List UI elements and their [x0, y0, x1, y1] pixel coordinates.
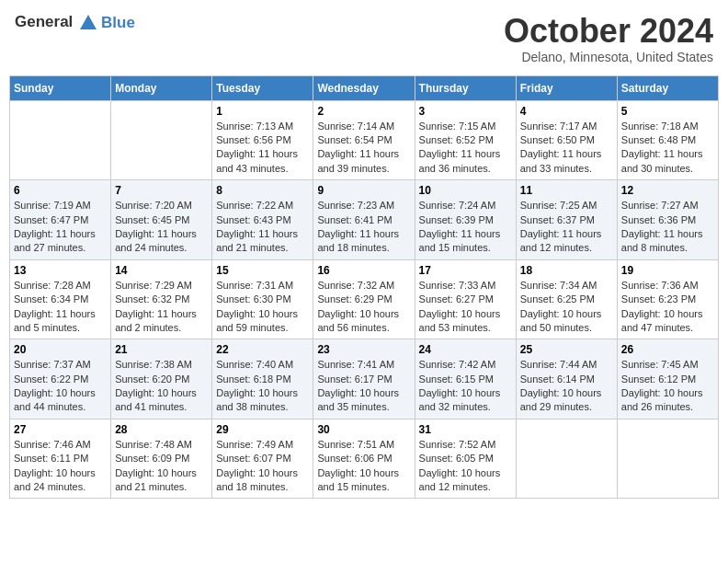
day-info: Sunrise: 7:25 AMSunset: 6:37 PMDaylight:…: [520, 199, 613, 256]
logo: General Blue: [15, 13, 135, 33]
calendar-cell: 7Sunrise: 7:20 AMSunset: 6:45 PMDaylight…: [111, 180, 212, 260]
day-info: Sunrise: 7:31 AMSunset: 6:30 PMDaylight:…: [216, 279, 309, 336]
day-number: 30: [317, 423, 410, 436]
day-info: Sunrise: 7:23 AMSunset: 6:41 PMDaylight:…: [317, 199, 410, 256]
day-info: Sunrise: 7:44 AMSunset: 6:14 PMDaylight:…: [520, 358, 613, 415]
calendar-cell: 28Sunrise: 7:48 AMSunset: 6:09 PMDayligh…: [111, 419, 212, 499]
day-info: Sunrise: 7:18 AMSunset: 6:48 PMDaylight:…: [621, 120, 714, 177]
day-number: 2: [317, 105, 410, 118]
day-number: 22: [216, 343, 309, 356]
day-number: 7: [115, 184, 208, 197]
day-info: Sunrise: 7:51 AMSunset: 6:06 PMDaylight:…: [317, 438, 410, 495]
day-info: Sunrise: 7:33 AMSunset: 6:27 PMDaylight:…: [419, 279, 512, 336]
day-info: Sunrise: 7:40 AMSunset: 6:18 PMDaylight:…: [216, 358, 309, 415]
day-info: Sunrise: 7:48 AMSunset: 6:09 PMDaylight:…: [115, 438, 208, 495]
calendar-cell: 14Sunrise: 7:29 AMSunset: 6:32 PMDayligh…: [111, 259, 212, 339]
day-number: 12: [621, 184, 714, 197]
calendar-table: SundayMondayTuesdayWednesdayThursdayFrid…: [9, 75, 719, 500]
calendar-cell: 1Sunrise: 7:13 AMSunset: 6:56 PMDaylight…: [212, 100, 313, 180]
weekday-header-friday: Friday: [516, 75, 617, 100]
day-info: Sunrise: 7:19 AMSunset: 6:47 PMDaylight:…: [14, 199, 107, 256]
calendar-cell: 10Sunrise: 7:24 AMSunset: 6:39 PMDayligh…: [415, 180, 516, 260]
weekday-header-monday: Monday: [111, 75, 212, 100]
day-info: Sunrise: 7:13 AMSunset: 6:56 PMDaylight:…: [216, 120, 309, 177]
day-info: Sunrise: 7:15 AMSunset: 6:52 PMDaylight:…: [419, 120, 512, 177]
calendar-cell: 23Sunrise: 7:41 AMSunset: 6:17 PMDayligh…: [313, 339, 415, 419]
weekday-header-tuesday: Tuesday: [212, 75, 313, 100]
calendar-cell: 13Sunrise: 7:28 AMSunset: 6:34 PMDayligh…: [10, 259, 111, 339]
calendar-cell: 31Sunrise: 7:52 AMSunset: 6:05 PMDayligh…: [415, 419, 516, 499]
location-subtitle: Delano, Minnesota, United States: [504, 50, 713, 64]
day-info: Sunrise: 7:46 AMSunset: 6:11 PMDaylight:…: [14, 438, 107, 495]
calendar-cell: 30Sunrise: 7:51 AMSunset: 6:06 PMDayligh…: [313, 419, 415, 499]
day-info: Sunrise: 7:32 AMSunset: 6:29 PMDaylight:…: [317, 279, 410, 336]
title-block: October 2024 Delano, Minnesota, United S…: [504, 13, 713, 64]
month-title: October 2024: [504, 13, 713, 50]
day-info: Sunrise: 7:22 AMSunset: 6:43 PMDaylight:…: [216, 199, 309, 256]
weekday-header-thursday: Thursday: [415, 75, 516, 100]
day-number: 13: [14, 264, 107, 277]
calendar-week-1: 1Sunrise: 7:13 AMSunset: 6:56 PMDaylight…: [10, 100, 719, 180]
day-info: Sunrise: 7:38 AMSunset: 6:20 PMDaylight:…: [115, 358, 208, 415]
weekday-header-wednesday: Wednesday: [313, 75, 415, 100]
calendar-week-3: 13Sunrise: 7:28 AMSunset: 6:34 PMDayligh…: [10, 259, 719, 339]
calendar-cell: 3Sunrise: 7:15 AMSunset: 6:52 PMDaylight…: [415, 100, 516, 180]
calendar-cell: 26Sunrise: 7:45 AMSunset: 6:12 PMDayligh…: [617, 339, 718, 419]
day-number: 3: [419, 105, 512, 118]
calendar-cell: 16Sunrise: 7:32 AMSunset: 6:29 PMDayligh…: [313, 259, 415, 339]
calendar-cell: 6Sunrise: 7:19 AMSunset: 6:47 PMDaylight…: [10, 180, 111, 260]
day-number: 15: [216, 264, 309, 277]
logo-blue: Blue: [101, 14, 135, 32]
day-number: 8: [216, 184, 309, 197]
calendar-cell: [10, 100, 111, 180]
logo-icon: [78, 13, 98, 33]
day-number: 31: [419, 423, 512, 436]
day-info: Sunrise: 7:29 AMSunset: 6:32 PMDaylight:…: [115, 279, 208, 336]
day-info: Sunrise: 7:14 AMSunset: 6:54 PMDaylight:…: [317, 120, 410, 177]
day-number: 5: [621, 105, 714, 118]
day-info: Sunrise: 7:45 AMSunset: 6:12 PMDaylight:…: [621, 358, 714, 415]
weekday-header-sunday: Sunday: [10, 75, 111, 100]
day-number: 27: [14, 423, 107, 436]
calendar-cell: 4Sunrise: 7:17 AMSunset: 6:50 PMDaylight…: [516, 100, 617, 180]
day-number: 16: [317, 264, 410, 277]
day-number: 23: [317, 343, 410, 356]
day-number: 26: [621, 343, 714, 356]
day-number: 21: [115, 343, 208, 356]
day-number: 25: [520, 343, 613, 356]
calendar-header-row: SundayMondayTuesdayWednesdayThursdayFrid…: [10, 75, 719, 100]
day-info: Sunrise: 7:49 AMSunset: 6:07 PMDaylight:…: [216, 438, 309, 495]
calendar-cell: 24Sunrise: 7:42 AMSunset: 6:15 PMDayligh…: [415, 339, 516, 419]
day-number: 14: [115, 264, 208, 277]
day-info: Sunrise: 7:36 AMSunset: 6:23 PMDaylight:…: [621, 279, 714, 336]
day-number: 1: [216, 105, 309, 118]
day-info: Sunrise: 7:28 AMSunset: 6:34 PMDaylight:…: [14, 279, 107, 336]
calendar-cell: 18Sunrise: 7:34 AMSunset: 6:25 PMDayligh…: [516, 259, 617, 339]
day-info: Sunrise: 7:41 AMSunset: 6:17 PMDaylight:…: [317, 358, 410, 415]
day-number: 18: [520, 264, 613, 277]
calendar-cell: 12Sunrise: 7:27 AMSunset: 6:36 PMDayligh…: [617, 180, 718, 260]
day-info: Sunrise: 7:42 AMSunset: 6:15 PMDaylight:…: [419, 358, 512, 415]
calendar-cell: 5Sunrise: 7:18 AMSunset: 6:48 PMDaylight…: [617, 100, 718, 180]
calendar-cell: 15Sunrise: 7:31 AMSunset: 6:30 PMDayligh…: [212, 259, 313, 339]
calendar-week-5: 27Sunrise: 7:46 AMSunset: 6:11 PMDayligh…: [10, 419, 719, 499]
day-number: 29: [216, 423, 309, 436]
day-number: 9: [317, 184, 410, 197]
calendar-cell: 17Sunrise: 7:33 AMSunset: 6:27 PMDayligh…: [415, 259, 516, 339]
calendar-cell: 22Sunrise: 7:40 AMSunset: 6:18 PMDayligh…: [212, 339, 313, 419]
day-info: Sunrise: 7:24 AMSunset: 6:39 PMDaylight:…: [419, 199, 512, 256]
calendar-cell: 2Sunrise: 7:14 AMSunset: 6:54 PMDaylight…: [313, 100, 415, 180]
day-info: Sunrise: 7:27 AMSunset: 6:36 PMDaylight:…: [621, 199, 714, 256]
day-number: 6: [14, 184, 107, 197]
calendar-cell: [617, 419, 718, 499]
calendar-cell: 9Sunrise: 7:23 AMSunset: 6:41 PMDaylight…: [313, 180, 415, 260]
calendar-cell: [516, 419, 617, 499]
day-number: 24: [419, 343, 512, 356]
calendar-week-2: 6Sunrise: 7:19 AMSunset: 6:47 PMDaylight…: [10, 180, 719, 260]
calendar-cell: 20Sunrise: 7:37 AMSunset: 6:22 PMDayligh…: [10, 339, 111, 419]
calendar-cell: 29Sunrise: 7:49 AMSunset: 6:07 PMDayligh…: [212, 419, 313, 499]
calendar-cell: [111, 100, 212, 180]
day-number: 17: [419, 264, 512, 277]
calendar-cell: 11Sunrise: 7:25 AMSunset: 6:37 PMDayligh…: [516, 180, 617, 260]
day-info: Sunrise: 7:17 AMSunset: 6:50 PMDaylight:…: [520, 120, 613, 177]
